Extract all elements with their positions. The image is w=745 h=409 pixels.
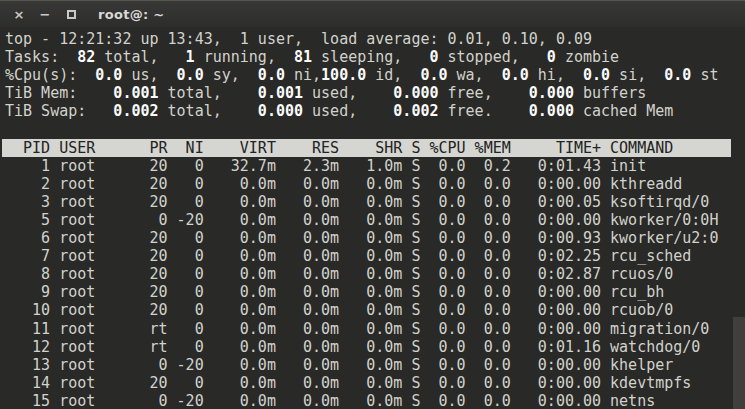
terminal-screen[interactable]: top - 12:21:32 up 13:43, 1 user, load av… [0, 27, 745, 409]
process-row: 5 root 0 -20 0.0m 0.0m 0.0m S 0.0 0.0 0:… [5, 211, 745, 229]
process-row: 1 root 20 0 32.7m 2.3m 1.0m S 0.0 0.2 0:… [5, 157, 745, 175]
process-row: 10 root 20 0 0.0m 0.0m 0.0m S 0.0 0.0 0:… [5, 301, 745, 319]
process-row: 9 root 20 0 0.0m 0.0m 0.0m S 0.0 0.0 0:0… [5, 283, 745, 301]
top-summary-line: top - 12:21:32 up 13:43, 1 user, load av… [5, 30, 745, 48]
process-table-header: PID USER PR NI VIRT RES SHR S %CPU %MEM … [2, 139, 731, 157]
close-icon: × [14, 7, 25, 22]
minimize-button[interactable]: − [34, 3, 56, 25]
top-summary-line: TiB Mem: 0.001 total, 0.001 used, 0.000 … [5, 84, 745, 102]
process-row: 12 root rt 0 0.0m 0.0m 0.0m S 0.0 0.0 0:… [5, 338, 745, 356]
maximize-icon [67, 10, 76, 19]
process-row: 3 root 20 0 0.0m 0.0m 0.0m S 0.0 0.0 0:0… [5, 193, 745, 211]
blank-line [5, 120, 745, 138]
minimize-icon: − [40, 7, 51, 22]
close-button[interactable]: × [8, 3, 30, 25]
window-title: root@: ~ [98, 7, 165, 22]
scrollbar-thumb[interactable] [733, 317, 745, 409]
terminal-window: × − root@: ~ top - 12:21:32 up 13:43, 1 … [0, 0, 745, 409]
top-summary-line: Tasks: 82 total, 1 running, 81 sleeping,… [5, 48, 745, 66]
process-row: 13 root 0 -20 0.0m 0.0m 0.0m S 0.0 0.0 0… [5, 356, 745, 374]
process-row: 15 root 0 -20 0.0m 0.0m 0.0m S 0.0 0.0 0… [5, 392, 745, 409]
process-row: 7 root 20 0 0.0m 0.0m 0.0m S 0.0 0.0 0:0… [5, 247, 745, 265]
top-summary-line: TiB Swap: 0.002 total, 0.000 used, 0.002… [5, 102, 745, 120]
process-row: 2 root 20 0 0.0m 0.0m 0.0m S 0.0 0.0 0:0… [5, 175, 745, 193]
process-row: 6 root 20 0 0.0m 0.0m 0.0m S 0.0 0.0 0:0… [5, 229, 745, 247]
top-summary-line: %Cpu(s): 0.0 us, 0.0 sy, 0.0 ni,100.0 id… [5, 66, 745, 84]
maximize-button[interactable] [60, 3, 82, 25]
window-titlebar: × − root@: ~ [0, 0, 745, 27]
process-row: 8 root 20 0 0.0m 0.0m 0.0m S 0.0 0.0 0:0… [5, 265, 745, 283]
process-row: 14 root 20 0 0.0m 0.0m 0.0m S 0.0 0.0 0:… [5, 374, 745, 392]
process-row: 11 root rt 0 0.0m 0.0m 0.0m S 0.0 0.0 0:… [5, 320, 745, 338]
